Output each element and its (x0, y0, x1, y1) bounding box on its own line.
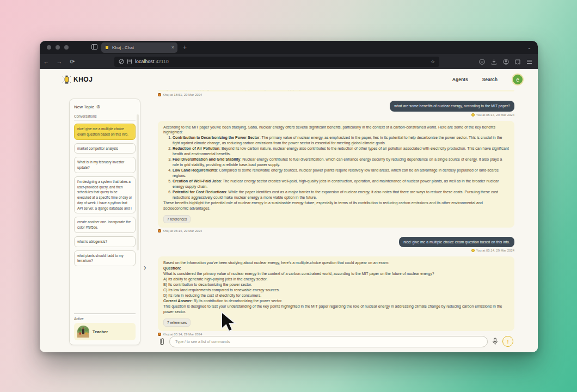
plus-circle-icon: ⊕ (96, 104, 101, 109)
new-tab-button[interactable]: + (183, 44, 187, 51)
agents-link[interactable]: Agents (452, 77, 468, 82)
conversations-label: Conversations (74, 114, 136, 120)
list-item: Potential for Cost Reductions: While the… (173, 189, 509, 200)
microphone-icon[interactable] (492, 338, 498, 346)
user-message-bubble: nice! give me a multiple choice exam que… (399, 237, 514, 248)
back-button[interactable]: ← (40, 58, 53, 65)
app-header: KHOJ Agents Search e (40, 69, 538, 90)
reload-button[interactable]: ⟳ (66, 58, 79, 65)
timestamp: You at 05:14, 29 Mar 2024 (471, 249, 515, 252)
bookmark-star-icon[interactable]: ☆ (431, 59, 435, 64)
minimize-window-button[interactable] (56, 45, 60, 50)
download-icon[interactable] (491, 59, 497, 65)
search-link[interactable]: Search (482, 77, 498, 82)
app-body: New Topic ⊕ Conversations nice! give me … (40, 90, 538, 352)
chat-input-row: ↑ (158, 336, 514, 352)
list-item: Fuel Diversification and Grid Stability:… (173, 157, 509, 168)
khoj-logo[interactable]: KHOJ (63, 75, 93, 84)
forward-button[interactable]: → (53, 58, 66, 65)
close-window-button[interactable] (47, 45, 51, 50)
ai-message: Based on the information you've been stu… (158, 256, 514, 331)
agent-name: Teacher (93, 329, 108, 334)
list-item: Contribution to Decarbonizing the Power … (173, 135, 509, 146)
user-emoji-icon (471, 249, 475, 252)
address-bar[interactable]: localhost:42110 ☆ (114, 57, 439, 67)
timestamp: You at 05:14, 29 Mar 2024 (471, 113, 515, 117)
teacher-avatar (77, 326, 89, 338)
account-icon[interactable] (503, 59, 509, 65)
sidebar-scrollbar[interactable] (137, 114, 139, 250)
conversation-item[interactable]: i'm designing a system that takes a user… (74, 176, 136, 214)
privacy-badge-icon[interactable] (479, 59, 485, 65)
option-d: D) Its role in reducing the cost of elec… (163, 293, 509, 298)
chat-area: a general viewpoint. Applying advice lik… (158, 90, 514, 352)
conversation-item[interactable]: what is abiogensis? (74, 236, 136, 247)
timestamp: Khoj at 18:51, 29 Mar 2024 (158, 93, 514, 96)
tab-title: Khoj - Chat (112, 45, 169, 50)
list-item: Reduction of Air Pollution: Beyond its l… (173, 146, 509, 157)
brand-title: KHOJ (73, 76, 93, 83)
question-text: What is considered the primary value of … (163, 271, 509, 277)
khoj-lantern-icon (158, 93, 161, 96)
clipped-previous-message: a general viewpoint. Applying advice lik… (158, 90, 514, 91)
answer-line: Correct Answer: B) Its contribution to d… (163, 298, 509, 304)
user-emoji-icon (471, 113, 475, 117)
page-info-icon[interactable] (127, 59, 132, 64)
browser-tab[interactable]: Khoj - Chat × (101, 42, 177, 53)
agent-card[interactable]: Teacher (74, 323, 136, 340)
conversation-item[interactable]: create another one. incorporate the colo… (74, 217, 136, 233)
panel-expand-chevron-icon[interactable]: › (144, 263, 146, 272)
close-tab-icon[interactable]: × (171, 45, 174, 50)
user-message-bubble: what are some benefits of nuclear energy… (390, 101, 514, 112)
option-a: A) Its ability to generate high-paying j… (163, 277, 509, 282)
attach-paperclip-icon[interactable] (159, 338, 165, 346)
browser-titlebar: Khoj - Chat × + ⌄ (40, 41, 538, 54)
browser-toolbar-icons (479, 59, 532, 65)
message-input[interactable] (169, 336, 488, 347)
ai-message: According to the MIT paper you've been s… (158, 121, 514, 228)
window-controls (47, 45, 69, 50)
lantern-icon (63, 75, 71, 84)
active-label: Active (74, 317, 136, 321)
ai-message-outro: These benefits highlight the potential r… (163, 200, 509, 211)
question-label: Question: (163, 266, 181, 270)
list-item: Creation of Well-Paid Jobs: The nuclear … (173, 179, 509, 189)
khoj-lantern-icon (158, 229, 161, 232)
conversation-item[interactable]: what plants should i add to my terrarium… (74, 250, 136, 267)
conversation-item[interactable]: What is in my february investor update? (74, 157, 136, 173)
send-button[interactable]: ↑ (502, 336, 513, 347)
mouse-cursor-pointer (220, 311, 237, 334)
conversation-item[interactable]: nice! give me a multiple choice exam que… (74, 124, 136, 140)
extensions-icon[interactable] (515, 59, 520, 65)
maximize-window-button[interactable] (64, 45, 69, 50)
menu-icon[interactable] (526, 59, 532, 64)
references-chip[interactable]: 7 references (163, 215, 191, 223)
conversation-item[interactable]: market competitor analysis (74, 143, 136, 154)
ai-message-intro: Based on the information you've been stu… (163, 260, 509, 266)
references-chip[interactable]: 7 references (163, 318, 191, 327)
site-shield-icon[interactable] (119, 59, 124, 64)
option-c: C) Its low land requirements compared to… (163, 287, 509, 293)
benefits-list: Contribution to Decarbonizing the Power … (163, 135, 509, 200)
browser-navbar: ← → ⟳ localhost:42110 ☆ (40, 54, 538, 69)
browser-window: Khoj - Chat × + ⌄ ← → ⟳ localhost:42110 … (40, 41, 538, 352)
divider (74, 314, 136, 314)
tab-list-chevron-icon[interactable]: ⌄ (527, 45, 531, 50)
khoj-favicon-icon (105, 45, 109, 50)
send-arrow-icon: ↑ (506, 338, 510, 345)
url-text: localhost:42110 (135, 59, 169, 64)
ai-message-intro: According to the MIT paper you've been s… (163, 125, 509, 136)
option-b: B) Its contribution to decarbonizing the… (163, 282, 509, 287)
sidebar-toggle-icon[interactable] (90, 44, 98, 51)
ai-message-outro: This question is designed to test your u… (163, 304, 509, 315)
khoj-app: KHOJ Agents Search e New Topic ⊕ Convers… (40, 69, 538, 352)
list-item: Low Land Requirements: Compared to some … (173, 168, 509, 179)
new-topic-button[interactable]: New Topic ⊕ (74, 104, 136, 109)
timestamp: Khoj at 05:14, 29 Mar 2024 (158, 229, 514, 232)
conversations-sidebar: New Topic ⊕ Conversations nice! give me … (69, 99, 140, 345)
user-avatar[interactable]: e (512, 74, 524, 85)
